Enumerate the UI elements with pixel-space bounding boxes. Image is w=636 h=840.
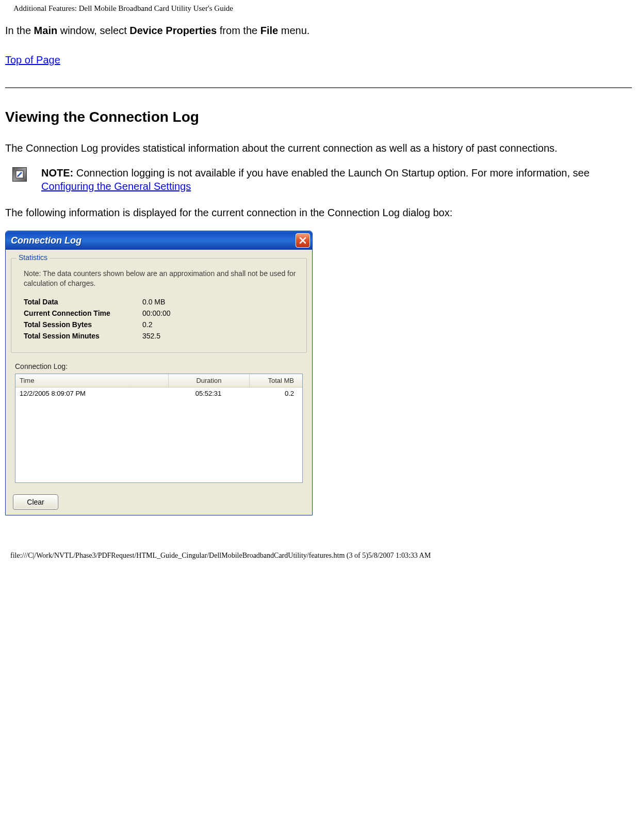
top-of-page-link[interactable]: Top of Page [5, 54, 60, 66]
close-button[interactable] [296, 233, 310, 248]
total-data-label: Total Data [24, 298, 142, 306]
total-data-value: 0.0 MB [142, 298, 165, 306]
dialog-intro-paragraph: The following information is displayed f… [5, 206, 632, 219]
dialog-titlebar: Connection Log [6, 231, 312, 250]
intro-suffix: menu. [278, 25, 309, 36]
intro-mid2: from the [217, 25, 260, 36]
dialog-title: Connection Log [11, 235, 296, 246]
section-intro-paragraph: The Connection Log provides statistical … [5, 142, 632, 155]
session-minutes-value: 352.5 [142, 332, 160, 340]
divider [5, 87, 632, 88]
intro-file-word: File [260, 25, 278, 36]
col-header-time[interactable]: Time [15, 374, 169, 387]
statistics-legend: Statistics [17, 253, 50, 262]
note-body: Connection logging is not available if y… [73, 167, 590, 179]
col-header-totalmb[interactable]: Total MB [250, 374, 302, 387]
section-heading: Viewing the Connection Log [5, 109, 632, 125]
intro-paragraph: In the Main window, select Device Proper… [5, 24, 632, 37]
page-header: Additional Features: Dell Mobile Broadba… [13, 4, 632, 13]
session-bytes-label: Total Session Bytes [24, 320, 142, 329]
intro-main-word: Main [34, 25, 58, 36]
intro-prefix: In the [5, 25, 34, 36]
intro-devprops-word: Device Properties [129, 25, 217, 36]
col-header-duration[interactable]: Duration [169, 374, 250, 387]
log-header-row: Time Duration Total MB [15, 374, 302, 387]
note-icon [12, 167, 27, 182]
cell-duration: 05:52:31 [168, 387, 249, 399]
connection-log-label: Connection Log: [15, 362, 307, 370]
statistics-note: Note: The data counters shown below are … [24, 269, 300, 288]
clear-button[interactable]: Clear [13, 494, 58, 510]
session-bytes-value: 0.2 [142, 320, 152, 329]
conn-time-value: 00:00:00 [142, 309, 171, 317]
connection-log-dialog: Connection Log Statistics Note: The data… [5, 231, 313, 515]
note-text: NOTE: Connection logging is not availabl… [41, 166, 632, 193]
conn-time-label: Current Connection Time [24, 309, 142, 317]
intro-mid1: window, select [57, 25, 129, 36]
note-bold: NOTE: [41, 167, 73, 179]
cell-time: 12/2/2005 8:09:07 PM [15, 387, 168, 399]
connection-log-table: Time Duration Total MB 12/2/2005 8:09:07… [15, 374, 303, 483]
configuring-settings-link[interactable]: Configuring the General Settings [41, 181, 191, 192]
table-row[interactable]: 12/2/2005 8:09:07 PM 05:52:31 0.2 [15, 387, 302, 399]
session-minutes-label: Total Session Minutes [24, 332, 142, 340]
statistics-group: Statistics Note: The data counters shown… [11, 258, 307, 353]
cell-totalmb: 0.2 [249, 387, 302, 399]
page-footer-path: file:///C|/Work/NVTL/Phase3/PDFRequest/H… [10, 552, 632, 560]
close-icon [299, 237, 306, 244]
